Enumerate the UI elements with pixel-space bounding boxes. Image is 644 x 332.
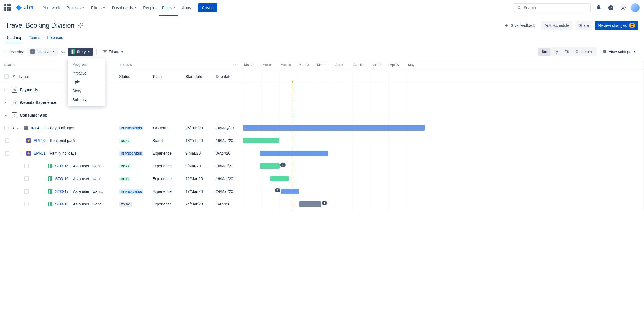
nav-item-projects[interactable]: Projects▼	[64, 3, 87, 12]
due-date-value[interactable]: 19/Mar/20	[212, 176, 243, 181]
issue-row[interactable]: ⌄⚡ EPI-11 Family holidays	[0, 147, 116, 160]
issue-row[interactable]: ▌ STO-14 As a user I want..	[0, 160, 116, 172]
start-date-value[interactable]: 18/Feb/20	[182, 138, 212, 143]
gantt-bar[interactable]	[281, 189, 299, 194]
issue-checkbox[interactable]	[4, 126, 9, 130]
filters-button[interactable]: Filters ▼	[100, 48, 126, 56]
user-avatar[interactable]	[631, 3, 640, 12]
dependency-badge[interactable]: 1	[280, 163, 286, 167]
status-badge[interactable]: DONE	[119, 164, 131, 168]
select-all-checkbox[interactable]	[4, 74, 9, 79]
expand-toggle[interactable]: ⌄	[19, 151, 24, 155]
give-feedback-button[interactable]: Give feedback	[501, 21, 539, 30]
more-fields-icon[interactable]: •••	[233, 63, 238, 67]
team-value[interactable]: Experience	[149, 164, 182, 168]
issue-checkbox[interactable]	[5, 151, 9, 156]
zoom-1y[interactable]: 1y	[550, 48, 561, 56]
due-date-value[interactable]: 16/May/20	[212, 126, 243, 130]
start-date-value[interactable]: 9/Mar/20	[182, 151, 212, 156]
issue-checkbox[interactable]	[24, 202, 29, 206]
create-button[interactable]: Create	[198, 3, 217, 12]
due-date-value[interactable]: 16/Mar/20	[212, 138, 243, 143]
settings-icon[interactable]	[619, 3, 627, 12]
team-value[interactable]: Brand	[149, 138, 182, 143]
issue-key[interactable]: EPI-11	[34, 151, 46, 156]
issue-key[interactable]: STO-17	[55, 189, 69, 194]
hierarchy-to-select[interactable]: ▌ Story ▼ ProgramInitiativeEpicStorySub-…	[68, 48, 93, 56]
issue-checkbox[interactable]	[24, 164, 29, 168]
tab-releases[interactable]: Releases	[47, 33, 63, 43]
zoom-3m[interactable]: 3m	[538, 48, 550, 56]
start-date-value[interactable]: 9/Mar/20	[182, 164, 212, 168]
share-button[interactable]: Share	[575, 21, 592, 30]
issue-key[interactable]: EPI-10	[34, 138, 46, 143]
view-settings-button[interactable]: View settings ▼	[600, 48, 638, 56]
due-date-value[interactable]: 16/Mar/20	[212, 164, 243, 168]
issue-key[interactable]: STO-16	[55, 176, 69, 181]
help-icon[interactable]: ?	[606, 3, 615, 12]
issue-key[interactable]: INI-4	[31, 126, 39, 130]
dependency-badge[interactable]: 1	[322, 201, 327, 205]
nav-item-your-work[interactable]: Your work	[40, 3, 63, 12]
nav-item-filters[interactable]: Filters▼	[88, 3, 108, 12]
issue-row[interactable]: ›⚡ EPI-10 Seasonal pack	[0, 134, 116, 147]
hierarchy-from-select[interactable]: ◦ Initiative ▼	[28, 48, 58, 56]
search-box[interactable]	[514, 3, 591, 12]
nav-item-people[interactable]: People	[140, 3, 158, 12]
zoom-fit[interactable]: Fit	[561, 48, 572, 56]
issue-checkbox[interactable]	[24, 189, 29, 194]
start-date-value[interactable]: 17/Mar/20	[182, 189, 212, 194]
issue-row[interactable]: ▌ STO-17 As a user I want..	[0, 185, 116, 198]
expand-toggle[interactable]: ⌄	[4, 113, 9, 117]
project-row[interactable]: ⌄ ▯ Consumer App	[0, 109, 116, 122]
hierarchy-option-sub-task[interactable]: Sub-task	[68, 95, 105, 104]
start-date-value[interactable]: 12/Mar/20	[182, 176, 212, 181]
gantt-bar[interactable]: ←	[243, 125, 425, 131]
gantt-bar[interactable]	[260, 151, 328, 156]
issue-key[interactable]: STO-18	[55, 202, 69, 206]
issue-checkbox[interactable]	[24, 176, 29, 181]
team-value[interactable]: Experience	[149, 189, 182, 194]
gantt-bar[interactable]	[299, 201, 321, 207]
gantt-bar[interactable]: ←	[243, 138, 279, 143]
team-value[interactable]: iOS team	[149, 126, 182, 130]
issue-key[interactable]: STO-14	[55, 164, 69, 168]
due-date-value[interactable]: 1/Apr/20	[212, 202, 243, 207]
search-input[interactable]	[524, 6, 588, 10]
review-changes-button[interactable]: Review changes 2	[595, 21, 638, 30]
notifications-icon[interactable]	[594, 3, 603, 12]
dependency-badge[interactable]: 1	[275, 188, 280, 192]
start-date-value[interactable]: 25/Feb/20	[182, 126, 212, 130]
jira-logo[interactable]: Jira	[15, 4, 34, 11]
issue-row[interactable]: ▌ STO-18 As a user I want..	[0, 198, 116, 210]
status-badge[interactable]: IN PROGRESS	[119, 151, 143, 156]
expand-toggle[interactable]: ›	[4, 101, 9, 104]
gantt-bar[interactable]	[260, 163, 280, 169]
expand-toggle[interactable]: ›	[19, 139, 24, 143]
expand-toggle[interactable]: ›	[4, 88, 9, 92]
team-value[interactable]: Experience	[149, 176, 182, 181]
hierarchy-option-epic[interactable]: Epic	[68, 78, 105, 86]
team-value[interactable]: Experience	[149, 151, 182, 156]
auto-schedule-button[interactable]: Auto-schedule	[541, 21, 573, 30]
status-badge[interactable]: DONE	[119, 139, 131, 143]
issue-row[interactable]: 3⌄◦ INI-4 Holiday packages	[0, 122, 116, 134]
start-date-value[interactable]: 24/Mar/20	[182, 202, 212, 207]
zoom-custom[interactable]: Custom ▼	[572, 48, 596, 56]
status-badge[interactable]: IN PROGRESS	[119, 126, 143, 130]
tab-roadmap[interactable]: Roadmap	[6, 33, 22, 43]
status-badge[interactable]: TO DO	[119, 202, 132, 207]
app-switcher-icon[interactable]	[4, 4, 11, 11]
status-badge[interactable]: DONE	[119, 177, 131, 181]
nav-item-apps[interactable]: Apps	[179, 3, 194, 12]
due-date-value[interactable]: 24/Mar/20	[212, 189, 243, 194]
issue-row[interactable]: ▌ STO-16 As a user I want..	[0, 172, 116, 185]
hierarchy-option-story[interactable]: Story	[68, 86, 105, 95]
expand-toggle[interactable]: ⌄	[17, 126, 21, 130]
tab-teams[interactable]: Teams	[29, 33, 40, 43]
hierarchy-option-initiative[interactable]: Initiative	[68, 69, 105, 78]
status-badge[interactable]: IN PROGRESS	[119, 189, 143, 194]
team-value[interactable]: Experience	[149, 202, 182, 207]
due-date-value[interactable]: 3/Apr/20	[212, 151, 243, 156]
issue-checkbox[interactable]	[5, 138, 9, 143]
